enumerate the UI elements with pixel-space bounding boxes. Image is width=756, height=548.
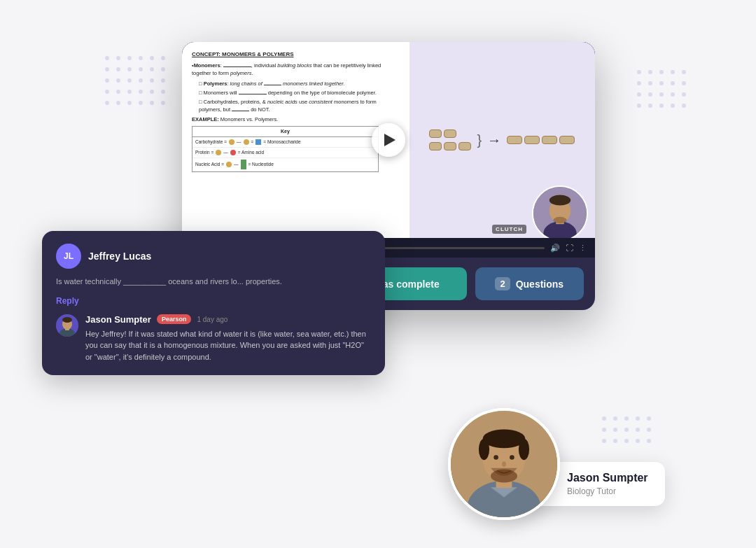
comment-avatar: JL — [56, 244, 81, 269]
bullet-monomers: •Monomers: , individual building blocks … — [192, 62, 400, 78]
chain-row-2 — [429, 142, 471, 150]
chain-row-1 — [429, 129, 471, 138]
example-label: EXAMPLE: Monomers vs. Polymers. — [192, 115, 400, 123]
pearson-badge: Pearson — [157, 314, 192, 324]
reply-content: Jason Sumpter Pearson 1 day ago Hey Jeff… — [85, 314, 371, 363]
diagram-content: } → — [422, 122, 582, 157]
reply-author-name: Jason Sumpter — [85, 314, 151, 325]
comment-header: JL Jeffrey Lucas — [56, 244, 371, 269]
svg-point-19 — [510, 455, 514, 460]
more-icon[interactable]: ⋮ — [579, 244, 587, 253]
reply-label[interactable]: Reply — [56, 296, 371, 306]
svg-point-15 — [483, 430, 526, 449]
dot-grid-top-right — [637, 70, 686, 108]
diagram-area: } → — [410, 42, 596, 238]
reply-avatar — [56, 314, 78, 337]
questions-button[interactable]: 2 Questions — [475, 267, 584, 300]
key-row-nucleic: Nucleic Acid = — = Nucleotide — [192, 158, 378, 171]
chain-group — [429, 129, 471, 150]
bullet-monomers-will: □ Monomers will depending on the type of… — [199, 89, 400, 97]
svg-point-16 — [479, 439, 489, 460]
svg-point-18 — [493, 455, 498, 460]
key-table: Key Carbohydrate = — = = Monosaccharide … — [192, 126, 379, 172]
video-area: CONCEPT: MONOMERS & POLYMERS •Monomers: … — [182, 42, 595, 238]
play-icon — [384, 134, 396, 146]
controls-right: 🔊 ⛶ ⋮ — [550, 244, 587, 253]
dot-grid-top-left — [105, 56, 165, 105]
video-logo: CLUTCH — [492, 225, 526, 234]
svg-point-5 — [554, 217, 567, 224]
reply-time: 1 day ago — [197, 316, 227, 323]
concept-title: CONCEPT: MONOMERS & POLYMERS — [192, 50, 400, 59]
bullet-carbohydrates: □ Carbohydrates, proteins, & nucleic aci… — [199, 98, 400, 114]
svg-point-4 — [550, 195, 570, 205]
tutor-circle-small — [532, 185, 588, 238]
fullscreen-icon[interactable]: ⛶ — [566, 244, 573, 253]
bullet-polymers: □ Polymers: long chains of monomers link… — [199, 80, 400, 87]
tutor-photo-large — [448, 408, 560, 520]
arrow-right: → — [487, 132, 501, 148]
key-table-title: Key — [192, 127, 378, 138]
chain-group-long — [507, 136, 575, 144]
play-button[interactable] — [372, 123, 405, 157]
tutor-role: Biology Tutor — [567, 486, 651, 496]
dot-grid-bottom-right — [602, 416, 651, 443]
volume-icon[interactable]: 🔊 — [550, 244, 560, 253]
reply-text: Hey Jeffrey! If it was stated what kind … — [85, 328, 371, 363]
chain-brace: } — [477, 132, 482, 148]
svg-point-17 — [519, 439, 529, 460]
reply-block: Jason Sumpter Pearson 1 day ago Hey Jeff… — [56, 314, 371, 363]
reply-meta: Jason Sumpter Pearson 1 day ago — [85, 314, 371, 325]
questions-count: 2 — [495, 277, 510, 290]
questions-label: Questions — [516, 279, 564, 290]
comment-body: Is water technically __________ oceans a… — [56, 276, 371, 288]
svg-point-10 — [62, 317, 72, 323]
comment-card: JL Jeffrey Lucas Is water technically __… — [42, 231, 385, 375]
comment-author-name: Jeffrey Lucas — [88, 251, 151, 262]
key-row-carb: Carbohydrate = — = = Monosaccharide — [192, 137, 378, 148]
tutor-name: Jason Sumpter — [567, 472, 651, 484]
svg-point-20 — [502, 461, 506, 467]
chain-long — [507, 136, 575, 144]
key-row-protein: Protein = — = Amino acid — [192, 148, 378, 158]
